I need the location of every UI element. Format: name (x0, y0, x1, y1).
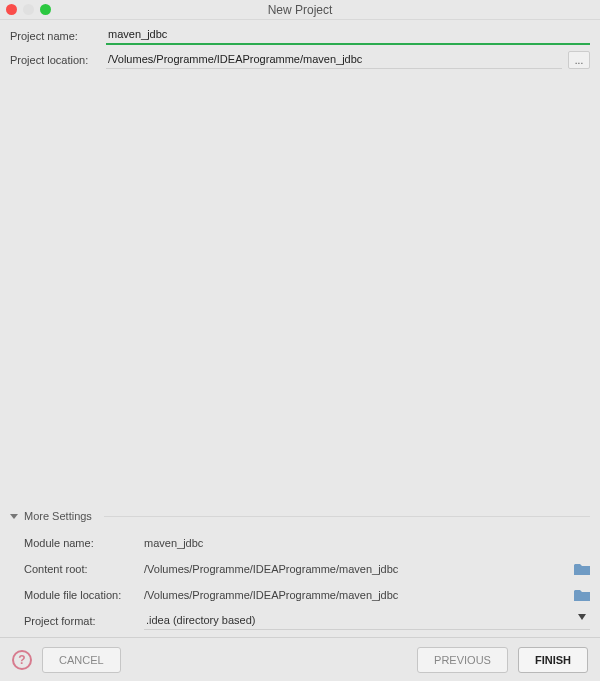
form-body: Project name: Project location: ... (0, 20, 600, 69)
module-file-label: Module file location: (24, 589, 144, 601)
more-settings-title: More Settings (24, 510, 92, 522)
project-name-row: Project name: (10, 26, 590, 45)
project-location-input[interactable] (106, 51, 562, 68)
project-location-field (106, 51, 562, 69)
zoom-window-icon[interactable] (40, 4, 51, 15)
footer-bar: ? CANCEL PREVIOUS FINISH (0, 637, 600, 681)
window-controls (6, 4, 51, 15)
project-name-label: Project name: (10, 30, 106, 42)
previous-button[interactable]: PREVIOUS (417, 647, 508, 673)
project-name-input[interactable] (106, 26, 590, 43)
dropdown-caret-icon (578, 614, 586, 620)
project-name-field (106, 26, 590, 45)
project-format-row: Project format: .idea (directory based) (24, 608, 590, 634)
folder-icon[interactable] (574, 589, 590, 601)
window-title: New Project (0, 3, 600, 17)
more-settings-body: Module name: maven_jdbc Content root: /V… (10, 522, 590, 634)
folder-icon[interactable] (574, 563, 590, 575)
project-location-label: Project location: (10, 54, 106, 66)
project-location-row: Project location: ... (10, 51, 590, 69)
minimize-window-icon[interactable] (23, 4, 34, 15)
content-root-label: Content root: (24, 563, 144, 575)
chevron-down-icon (10, 514, 18, 519)
help-button[interactable]: ? (12, 650, 32, 670)
more-settings-section: More Settings Module name: maven_jdbc Co… (10, 510, 590, 634)
project-format-label: Project format: (24, 615, 144, 627)
module-name-value[interactable]: maven_jdbc (144, 537, 590, 549)
project-format-value: .idea (directory based) (146, 614, 255, 626)
divider (104, 516, 590, 517)
project-format-dropdown[interactable]: .idea (directory based) (144, 612, 590, 630)
module-name-label: Module name: (24, 537, 144, 549)
close-window-icon[interactable] (6, 4, 17, 15)
more-settings-toggle[interactable]: More Settings (10, 510, 590, 522)
module-file-value[interactable]: /Volumes/Programme/IDEAProgramme/maven_j… (144, 589, 566, 601)
content-root-value[interactable]: /Volumes/Programme/IDEAProgramme/maven_j… (144, 563, 566, 575)
content-root-row: Content root: /Volumes/Programme/IDEAPro… (24, 556, 590, 582)
finish-button[interactable]: FINISH (518, 647, 588, 673)
cancel-button[interactable]: CANCEL (42, 647, 121, 673)
project-location-browse-button[interactable]: ... (568, 51, 590, 69)
module-file-row: Module file location: /Volumes/Programme… (24, 582, 590, 608)
title-bar: New Project (0, 0, 600, 20)
module-name-row: Module name: maven_jdbc (24, 530, 590, 556)
